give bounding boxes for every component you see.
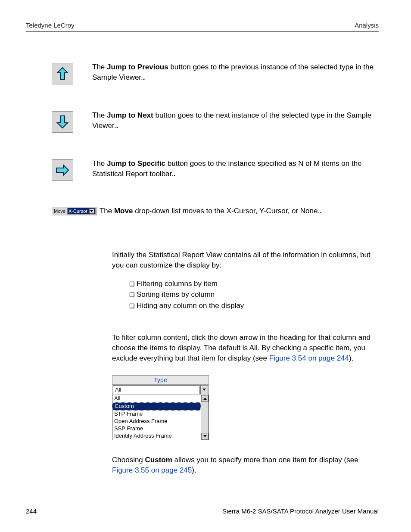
down-arrow-icon — [56, 115, 68, 129]
jump-next-text: The Jump to Next button goes to the next… — [92, 110, 379, 131]
page-header: Teledyne LeCroy Analysis — [26, 22, 379, 32]
list-item: Filtering columns by item — [129, 278, 379, 289]
list-item: Hiding any column on the display — [129, 300, 379, 311]
type-dropdown-items: All Custom STP Frame Open Address Frame … — [112, 395, 201, 439]
jump-previous-button[interactable] — [52, 63, 73, 84]
move-row: Move X-Cursor The Move drop-down list mo… — [52, 207, 379, 215]
list-item: Sorting items by column — [129, 289, 379, 300]
jump-next-row: The Jump to Next button goes to the next… — [52, 110, 379, 133]
customize-bullets: Filtering columns by item Sorting items … — [129, 278, 379, 311]
scroll-down-icon[interactable] — [201, 433, 209, 440]
jump-specific-text: The Jump to Specific button goes to the … — [92, 159, 379, 179]
move-label: Move — [53, 208, 67, 214]
type-dropdown-figure: Type All All Custom STP Frame Open Addre… — [112, 375, 209, 440]
column-header-type[interactable]: Type — [112, 375, 209, 385]
chevron-down-icon[interactable] — [200, 385, 208, 394]
list-item[interactable]: All — [112, 395, 201, 402]
move-dropdown-widget[interactable]: Move X-Cursor — [52, 207, 97, 215]
type-dropdown-field[interactable]: All — [112, 385, 209, 395]
custom-paragraph: Choosing Custom allows you to specify mo… — [112, 455, 379, 476]
move-select[interactable]: X-Cursor — [67, 208, 96, 215]
list-item[interactable]: SSP Frame — [112, 425, 201, 432]
header-left: Teledyne LeCroy — [26, 22, 75, 29]
header-right: Analysis — [355, 22, 379, 29]
page-footer: 244 Sierra M6-2 SAS/SATA Protocol Analyz… — [26, 507, 379, 515]
move-description: The Move drop-down list moves to the X-C… — [100, 207, 322, 215]
jump-next-button[interactable] — [52, 111, 73, 133]
filter-paragraph: To filter column content, click the down… — [112, 333, 379, 363]
intro-paragraph: Initially the Statistical Report View co… — [112, 250, 379, 271]
list-item[interactable]: STP Frame — [112, 411, 201, 418]
type-dropdown-value: All — [113, 385, 199, 394]
scrollbar[interactable] — [201, 395, 209, 439]
page-number: 244 — [26, 507, 37, 515]
jump-specific-row: The Jump to Specific button goes to the … — [52, 159, 379, 181]
figure-3-54-link[interactable]: Figure 3.54 on page 244 — [269, 354, 349, 362]
jump-specific-button[interactable] — [52, 159, 73, 181]
manual-title: Sierra M6-2 SAS/SATA Protocol Analyzer U… — [222, 507, 379, 515]
page-content: The Jump to Previous button goes to the … — [26, 32, 379, 475]
figure-3-55-link[interactable]: Figure 3.55 on page 245 — [112, 466, 192, 474]
move-selected-value: X-Cursor — [68, 208, 87, 214]
list-item[interactable]: Identify Address Frame — [112, 432, 201, 440]
list-item[interactable]: Custom — [112, 402, 201, 411]
jump-previous-row: The Jump to Previous button goes to the … — [52, 62, 379, 84]
up-arrow-icon — [56, 67, 68, 81]
right-arrow-icon — [56, 164, 69, 176]
list-item[interactable]: Open Address Frame — [112, 418, 201, 425]
chevron-down-icon[interactable] — [89, 208, 94, 214]
type-dropdown-list: All Custom STP Frame Open Address Frame … — [112, 395, 209, 440]
jump-previous-text: The Jump to Previous button goes to the … — [92, 62, 379, 83]
scroll-up-icon[interactable] — [201, 395, 209, 402]
